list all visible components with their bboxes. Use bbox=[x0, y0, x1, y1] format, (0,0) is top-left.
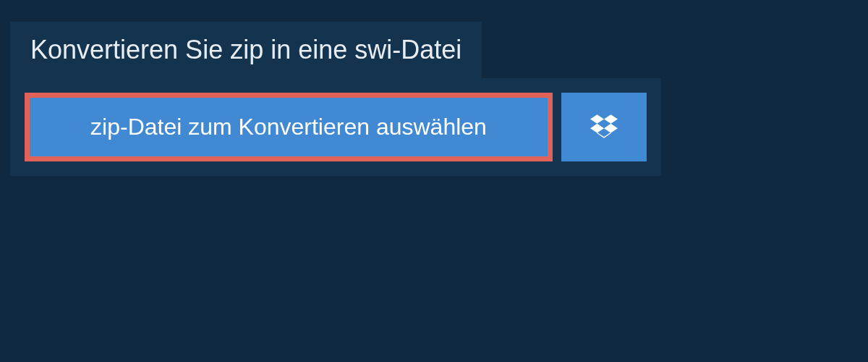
dropbox-icon bbox=[590, 112, 618, 143]
dropbox-button[interactable] bbox=[561, 93, 647, 161]
page-title: Konvertieren Sie zip in eine swi-Datei bbox=[30, 35, 461, 65]
upload-panel: zip-Datei zum Konvertieren auswählen bbox=[10, 78, 661, 176]
header-strip: Konvertieren Sie zip in eine swi-Datei bbox=[10, 22, 482, 78]
select-file-label: zip-Datei zum Konvertieren auswählen bbox=[90, 114, 487, 140]
select-file-button[interactable]: zip-Datei zum Konvertieren auswählen bbox=[25, 93, 553, 161]
